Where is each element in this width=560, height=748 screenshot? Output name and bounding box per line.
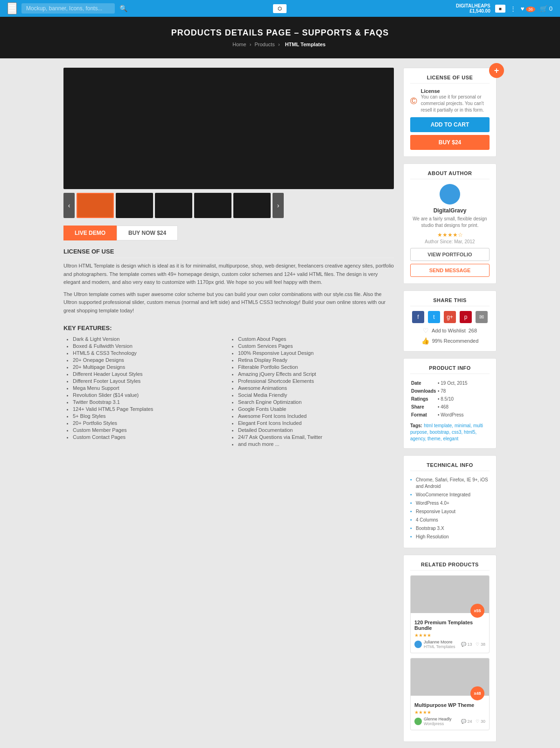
thumbnail-1[interactable] [77,193,114,218]
related-product-image: x55 [411,576,489,613]
features-right: Custom About PagesCustom Services Pages1… [229,336,394,448]
related-product-info: Multipurpose WP Theme ★★★★ Glenne Headly… [411,696,489,730]
tag-link[interactable]: elegant [443,436,458,441]
pinterest-share-button[interactable]: p [460,311,472,323]
info-row-date: Date • 19 Oct, 2015 [411,380,489,387]
thumbnail-2[interactable] [116,193,153,218]
features-left: Dark & Light VersionBoxed & Fullwidth Ve… [63,336,229,448]
format-label: Format [411,411,437,418]
related-author-info: Glenne Headly Wordpress [414,717,452,726]
thumbnail-3[interactable] [155,193,192,218]
heart-icon: ♡ [423,327,429,334]
tag-link[interactable]: html template, [424,423,455,428]
hamburger-menu[interactable]: ☰ [7,2,17,14]
tag-link[interactable]: bootstrap, [430,430,452,435]
feature-item: Search Engine Optimization [238,399,394,405]
feature-item: Custom Contact Pages [73,434,229,440]
wishlist-count: 268 [469,328,477,333]
thumb-next-button[interactable]: › [273,193,284,218]
related-product-item[interactable]: x48 Multipurpose WP Theme ★★★★ Glenne He… [410,658,490,730]
related-products-container: x55 120 Premium Templates Bundle ★★★★ Ju… [410,575,490,730]
feature-item: Twitter Bootstrap 3.1 [73,399,229,405]
date-label: Date [411,380,437,387]
tag-link[interactable]: css3, [452,430,464,435]
float-action-button[interactable]: + [489,63,504,78]
send-message-button[interactable]: SEND MESSAGE [410,264,490,277]
wishlist-button[interactable]: ♥ 36 [521,5,535,12]
twitter-share-button[interactable]: t [428,311,440,323]
license-heading: LICENSE OF USE [63,248,394,258]
facebook-share-button[interactable]: f [412,311,424,323]
thumbnail-4[interactable] [194,193,231,218]
tag-link[interactable]: html5, [464,430,476,435]
hero-section: PRODUCTS DETAILS PAGE – SUPPORTS & FAQS … [0,17,560,58]
cart-button[interactable]: 🛒 0 [540,5,553,12]
add-to-cart-button[interactable]: ADD TO CART [410,117,490,132]
breadcrumb-home[interactable]: Home [232,42,246,47]
wishlist-count: 36 [526,7,535,12]
related-badge: x48 [470,686,484,700]
license-text: You can use it for personal or commercia… [421,94,490,113]
feature-item: Amazing jQuery Effects and Script [238,371,394,377]
thumbnail-strip: ‹ › [63,193,394,218]
tag-link[interactable]: theme, [427,436,443,441]
search-button[interactable]: 🔍 [119,5,127,12]
tab-live-demo[interactable]: LIVE DEMO [63,226,117,240]
balance: £1,540.00 [456,8,490,14]
view-portfolio-button[interactable]: VIEW PORTFOLIO [410,248,490,261]
license-badge: © License You can use it for personal or… [410,88,490,113]
about-author-title: ABOUT AUTHOR [410,170,490,179]
top-bar: ☰ 🔍 ⬡ DIGITALHEAPS £1,540.00 ■ ⋮ ♥ 36 🛒 … [0,0,560,17]
tech-item: WordPress 4.0+ [410,499,490,508]
comment-count: 💬 24 [461,719,472,724]
author-avatar [440,184,460,205]
menu-dots-button[interactable]: ⋮ [510,5,516,12]
search-input[interactable] [21,3,115,14]
product-tabs: LIVE DEMO BUY NOW $24 [63,226,394,240]
info-row-share: Share • 468 [411,403,489,410]
share-icons-row: f t g+ p ✉ [410,311,490,323]
feature-item: Google Fonts Usable [238,406,394,412]
related-product-stars: ★★★★ [414,633,485,638]
tag-link[interactable]: minimal, [455,423,473,428]
related-author-row: Julianne Moore HTML Templates 💬 13 ♡ 38 [414,640,485,649]
tag-link[interactable]: agency, [410,436,427,441]
feature-item: 20+ Multipage Designs [73,364,229,370]
breadcrumb-current: HTML Templates [285,42,326,47]
email-share-button[interactable]: ✉ [476,311,488,323]
feature-item: Awesome Animations [238,385,394,391]
related-product-info: 120 Premium Templates Bundle ★★★★ Julian… [411,613,489,653]
info-row-ratings: Ratings • 8.5/10 [411,395,489,402]
features-grid: Dark & Light VersionBoxed & Fullwidth Ve… [63,336,394,448]
share-value: • 468 [438,403,489,410]
thumb-prev-button[interactable]: ‹ [63,193,75,218]
thumbnail-5[interactable] [233,193,271,218]
feature-item: Different Footer Layout Styles [73,378,229,384]
tab-buy-now[interactable]: BUY NOW $24 [117,226,178,240]
license-card-title: LICENSE OF USE [410,75,490,84]
feature-item: 20+ Onepage Designs [73,357,229,363]
brand-info: DIGITALHEAPS £1,540.00 [456,3,490,14]
related-badge: x55 [470,604,484,618]
google-share-button[interactable]: g+ [444,311,456,323]
buy-now-button[interactable]: BUY $24 [410,135,490,150]
feature-item: Awesome Font Icons Included [238,413,394,419]
feature-item: Revolution Slider ($14 value) [73,392,229,398]
feature-item: 100% Responsive Layout Design [238,350,394,356]
license-description: License You can use it for personal or c… [421,88,490,113]
author-since: Author Since: Mar, 2012 [410,239,490,244]
author-name: DigitalGravy [410,207,490,214]
feature-item: Boxed & Fullwidth Version [73,343,229,349]
breadcrumb-products[interactable]: Products [254,42,274,47]
tech-item: 4 Columns [410,516,490,524]
feature-item: Elegant Font Icons Included [238,420,394,426]
technical-info-title: TECHNICAL INFO [410,462,490,471]
tech-list: Chrome, Safari, Firefox, IE 9+, iOS and … [410,476,490,541]
license-icon: © [410,96,417,106]
right-sidebar: LICENSE OF USE © License You can use it … [403,68,497,748]
feature-item: 20+ Portfolio Styles [73,420,229,426]
related-product-item[interactable]: x55 120 Premium Templates Bundle ★★★★ Ju… [410,575,490,653]
feature-item: Detailed Documentation [238,427,394,433]
wishlist-row: ♡ Add to Wishlist 268 [410,327,490,334]
feature-item: and much more ... [238,441,394,447]
